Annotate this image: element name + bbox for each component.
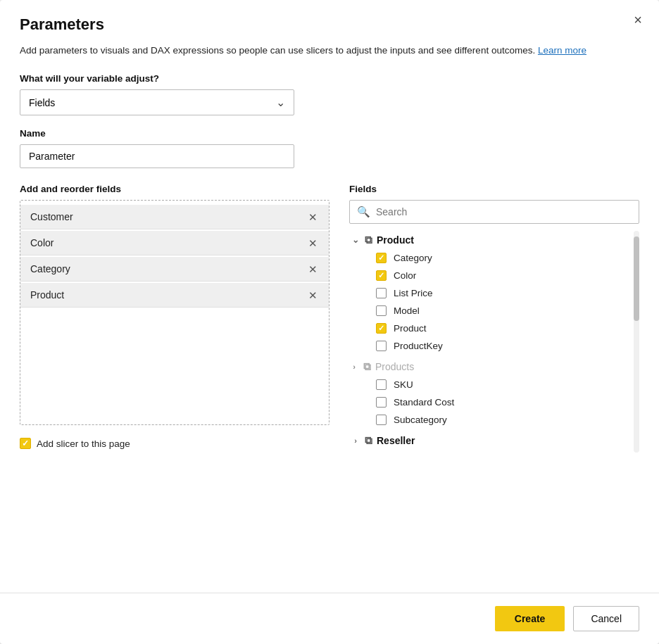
tree-group-product: ⌄ ⧉ Product ✓ Category xyxy=(349,231,639,355)
tree-item-listprice: List Price xyxy=(375,284,639,302)
table-icon-reseller: ⧉ xyxy=(365,434,372,447)
remove-color-button[interactable]: ✕ xyxy=(307,238,319,248)
field-item-product: Product ✕ xyxy=(20,283,329,308)
checkmark-icon: ✓ xyxy=(22,439,29,448)
tree-item-label-category: Category xyxy=(394,253,432,263)
scrollbar-thumb[interactable] xyxy=(634,236,639,321)
check-icon-color: ✓ xyxy=(378,272,384,279)
collapse-icon: ⌄ xyxy=(351,235,360,245)
chevron-down-icon: ⌄ xyxy=(276,96,285,109)
field-name-color: Color xyxy=(30,237,54,248)
tree-item-label-product: Product xyxy=(394,323,427,334)
close-button[interactable]: × xyxy=(629,11,646,28)
add-slicer-label: Add slicer to this page xyxy=(37,438,130,449)
tree-group-product-header[interactable]: ⌄ ⧉ Product xyxy=(349,231,639,249)
scrollbar-track xyxy=(634,231,639,453)
tree-item-product: ✓ Product xyxy=(375,320,639,337)
search-input[interactable] xyxy=(376,206,632,217)
name-section: Name xyxy=(20,128,639,168)
tree-item-standardcost: Standard Cost xyxy=(375,393,639,411)
create-button[interactable]: Create xyxy=(495,606,565,631)
group-name-product: Product xyxy=(377,234,414,246)
checkbox-standardcost[interactable] xyxy=(376,397,387,408)
tree-item-sku: SKU xyxy=(375,376,639,393)
table-icon-product: ⧉ xyxy=(365,234,372,246)
group-name-reseller: Reseller xyxy=(377,435,415,446)
checkbox-category[interactable]: ✓ xyxy=(376,253,387,263)
tree-item-model: Model xyxy=(375,302,639,320)
tree-item-label-subcategory: Subcategory xyxy=(394,415,447,425)
add-slicer-checkbox[interactable]: ✓ xyxy=(20,438,31,449)
field-name-customer: Customer xyxy=(30,211,73,222)
name-label: Name xyxy=(20,128,639,139)
dialog-body: What will your variable adjust? Fields ⌄… xyxy=(0,61,659,586)
right-column: Fields 🔍 ⌄ ⧉ Product xyxy=(349,184,639,453)
variable-label: What will your variable adjust? xyxy=(20,73,639,84)
tree-item-label-productkey: ProductKey xyxy=(394,341,443,351)
tree-item-label-color: Color xyxy=(394,270,416,281)
group-name-products: Products xyxy=(375,361,414,372)
search-icon: 🔍 xyxy=(357,206,370,218)
product-children: ✓ Category ✓ Color xyxy=(349,249,639,355)
tree-item-productkey: ProductKey xyxy=(375,337,639,355)
cancel-button[interactable]: Cancel xyxy=(573,606,639,631)
fields-list-box: Customer ✕ Color ✕ Category ✕ Product ✕ xyxy=(20,200,330,425)
checkbox-subcategory[interactable] xyxy=(376,415,387,425)
checkbox-productkey[interactable] xyxy=(376,341,387,351)
table-icon-products: ⧉ xyxy=(363,360,371,373)
dialog-header: Parameters × Add parameters to visuals a… xyxy=(0,0,659,61)
tree-group-products-header[interactable]: › ⧉ Products xyxy=(349,358,639,376)
check-icon-product: ✓ xyxy=(378,324,384,332)
dialog-title: Parameters xyxy=(20,15,639,34)
tree-group-reseller-header[interactable]: › ⧉ Reseller xyxy=(349,431,639,450)
tree-item-label-standardcost: Standard Cost xyxy=(394,397,454,408)
checkbox-color[interactable]: ✓ xyxy=(376,270,387,281)
check-icon-category: ✓ xyxy=(378,254,384,262)
name-input[interactable] xyxy=(20,144,294,168)
field-name-product: Product xyxy=(30,289,64,301)
fields-tree: ⌄ ⧉ Product ✓ Category xyxy=(349,231,639,453)
left-column: Add and reorder fields Customer ✕ Color … xyxy=(20,184,330,453)
learn-more-link[interactable]: Learn more xyxy=(538,45,586,56)
dropdown-value: Fields xyxy=(29,97,55,108)
field-item-color: Color ✕ xyxy=(20,231,329,255)
remove-product-button[interactable]: ✕ xyxy=(307,290,319,301)
field-name-category: Category xyxy=(30,263,70,274)
tree-group-reseller: › ⧉ Reseller xyxy=(349,431,639,450)
add-reorder-label: Add and reorder fields xyxy=(20,184,330,194)
parameters-dialog: Parameters × Add parameters to visuals a… xyxy=(0,0,659,644)
checkbox-listprice[interactable] xyxy=(376,288,387,298)
expand-icon-products: › xyxy=(349,362,359,371)
checkbox-sku[interactable] xyxy=(376,379,387,390)
dialog-footer: Create Cancel xyxy=(0,593,659,644)
description-text: Add parameters to visuals and DAX expres… xyxy=(20,45,538,56)
field-item-category: Category ✕ xyxy=(20,257,329,282)
remove-category-button[interactable]: ✕ xyxy=(307,264,319,274)
products-children: SKU Standard Cost Subcategory xyxy=(349,376,639,429)
expand-icon-reseller: › xyxy=(351,436,360,445)
tree-item-category: ✓ Category xyxy=(375,249,639,267)
search-box: 🔍 xyxy=(349,200,639,224)
tree-group-products: › ⧉ Products SKU Standard Cost xyxy=(349,358,639,429)
dialog-description: Add parameters to visuals and DAX expres… xyxy=(20,44,639,58)
two-column-layout: Add and reorder fields Customer ✕ Color … xyxy=(20,184,639,453)
variable-section: What will your variable adjust? Fields ⌄ xyxy=(20,73,639,115)
tree-item-label-listprice: List Price xyxy=(394,288,433,298)
checkbox-product[interactable]: ✓ xyxy=(376,323,387,334)
tree-item-label-sku: SKU xyxy=(394,379,413,390)
tree-item-subcategory: Subcategory xyxy=(375,411,639,429)
tree-item-label-model: Model xyxy=(394,305,420,316)
fields-panel-label: Fields xyxy=(349,184,639,194)
variable-dropdown[interactable]: Fields ⌄ xyxy=(20,89,294,115)
add-slicer-row: ✓ Add slicer to this page xyxy=(20,438,330,449)
tree-item-color: ✓ Color xyxy=(375,267,639,284)
remove-customer-button[interactable]: ✕ xyxy=(307,212,319,222)
field-item-customer: Customer ✕ xyxy=(20,205,329,229)
checkbox-model[interactable] xyxy=(376,305,387,316)
